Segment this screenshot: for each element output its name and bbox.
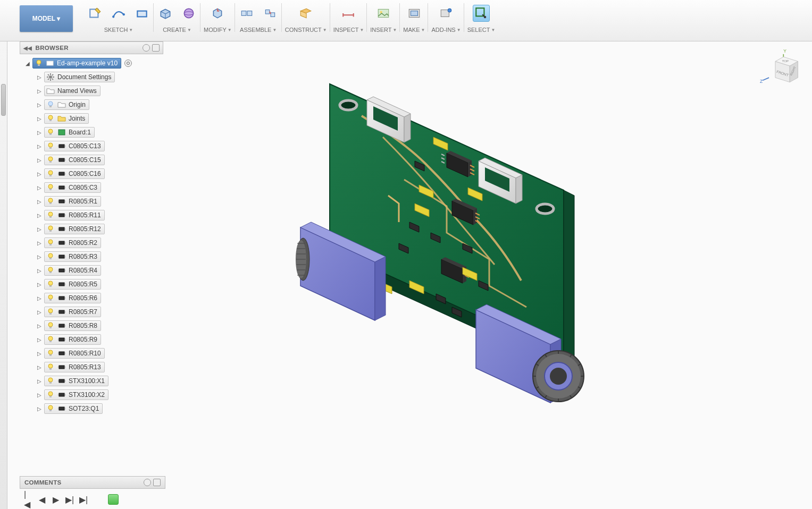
expander-icon[interactable]: ▷ (37, 323, 42, 329)
bulb-icon[interactable] (46, 363, 55, 371)
expander-icon[interactable]: ▷ (37, 268, 42, 274)
tree-chip[interactable]: R0805:R4 (44, 265, 101, 276)
timeline-play-icon[interactable]: ▶ (52, 495, 60, 504)
tree-chip[interactable]: R0805:R13 (44, 362, 105, 372)
bulb-icon[interactable] (46, 114, 55, 123)
tree-chip[interactable]: STX3100:X1 (44, 376, 108, 386)
bulb-icon[interactable] (46, 128, 55, 137)
expander-icon[interactable]: ▷ (37, 199, 42, 205)
tree-chip[interactable]: R0805:R7 (44, 307, 101, 317)
tree-root-row[interactable]: ◢ Ed-amp-example v10 (20, 56, 163, 70)
rectangle-icon[interactable] (133, 5, 150, 22)
tree-row[interactable]: ▷R0805:R11 (20, 208, 163, 222)
tree-row[interactable]: ▷Board:1 (20, 125, 163, 139)
bulb-icon[interactable] (46, 404, 55, 413)
toolbar-label-insert[interactable]: INSERT▼ (370, 27, 397, 33)
expander-icon[interactable]: ▷ (37, 213, 42, 218)
timeline-start-icon[interactable]: |◀ (24, 495, 32, 504)
tree-row[interactable]: ▷R0805:R9 (20, 333, 163, 346)
timeline-feature-icon[interactable] (108, 494, 119, 505)
tree-row[interactable]: ▷R0805:R3 (20, 250, 163, 264)
bulb-icon[interactable] (46, 321, 55, 330)
tree-chip[interactable]: C0805:C15 (44, 155, 105, 165)
view-cube[interactable]: Y Z FRONT RIGHT TOP (757, 48, 802, 93)
expander-icon[interactable]: ▷ (37, 309, 42, 315)
joint-icon[interactable] (238, 5, 255, 22)
tree-row[interactable]: ▷Document Settings (20, 70, 163, 84)
expander-icon[interactable]: ▷ (37, 282, 42, 287)
expander-icon[interactable]: ▷ (37, 226, 42, 232)
comments-header[interactable]: COMMENTS (20, 476, 165, 489)
expander-icon[interactable]: ▷ (37, 378, 42, 384)
bulb-icon[interactable] (46, 100, 55, 109)
sphere-icon[interactable] (180, 5, 197, 22)
expander-icon[interactable]: ▷ (37, 351, 42, 357)
tree-chip[interactable]: C0805:C3 (44, 182, 101, 193)
tree-chip[interactable]: R0805:R10 (44, 348, 105, 359)
browser-header[interactable]: ◀◀ BROWSER (20, 41, 163, 54)
create-sketch-icon[interactable] (87, 5, 104, 22)
bulb-icon[interactable] (46, 142, 55, 150)
expander-icon[interactable]: ▷ (37, 406, 42, 412)
left-scrollbar[interactable] (0, 41, 7, 509)
tree-row[interactable]: ▷C0805:C13 (20, 139, 163, 153)
tree-row[interactable]: ▷R0805:R2 (20, 236, 163, 250)
bulb-icon[interactable] (46, 294, 55, 302)
comments-opt-icon[interactable] (144, 479, 151, 486)
tree-chip[interactable]: R0805:R2 (44, 237, 101, 248)
tree-chip[interactable]: STX3100:X2 (44, 389, 108, 400)
tree-chip[interactable]: R0805:R12 (44, 224, 105, 234)
toolbar-label-sketch[interactable]: SKETCH▼ (104, 27, 133, 33)
tree-row[interactable]: ▷R0805:R5 (20, 277, 163, 291)
expander-icon[interactable]: ▷ (37, 392, 42, 398)
box-icon[interactable] (157, 5, 174, 22)
tree-row[interactable]: ▷Joints (20, 112, 163, 125)
tree-chip[interactable]: R0805:R1 (44, 196, 101, 207)
tree-chip[interactable]: R0805:R6 (44, 293, 101, 303)
bulb-icon[interactable] (46, 377, 55, 385)
tree-row[interactable]: ▷SOT23:Q1 (20, 402, 163, 415)
as-built-joint-icon[interactable] (262, 5, 279, 22)
expander-icon[interactable]: ▷ (37, 74, 42, 80)
tree-row[interactable]: ▷C0805:C15 (20, 153, 163, 167)
tree-chip[interactable]: Joints (44, 113, 89, 124)
toolbar-label-construct[interactable]: CONSTRUCT▼ (285, 27, 327, 33)
tree-row[interactable]: ▷R0805:R12 (20, 222, 163, 236)
tree-row[interactable]: ▷R0805:R7 (20, 305, 163, 319)
toolbar-label-addins[interactable]: ADD-INS▼ (431, 27, 461, 33)
bulb-icon[interactable] (46, 280, 55, 289)
addins-icon[interactable] (438, 5, 455, 22)
measure-icon[interactable] (340, 5, 357, 22)
browser-pin-icon[interactable] (152, 44, 160, 52)
bulb-icon[interactable] (46, 225, 55, 233)
tree-row[interactable]: ▷R0805:R6 (20, 291, 163, 305)
expander-icon[interactable]: ▷ (37, 295, 42, 301)
tree-chip[interactable]: C0805:C16 (44, 168, 105, 179)
bulb-icon[interactable] (46, 156, 55, 164)
timeline-end-icon[interactable]: ▶| (79, 495, 88, 504)
browser-opt-icon[interactable] (143, 44, 150, 52)
bulb-icon[interactable] (46, 211, 55, 219)
tree-chip[interactable]: C0805:C13 (44, 141, 105, 151)
viewcube-top-label[interactable]: TOP (782, 60, 789, 63)
print-icon[interactable] (406, 5, 423, 22)
expander-icon[interactable]: ▷ (37, 240, 42, 246)
bulb-icon[interactable] (46, 252, 55, 261)
toolbar-label-make[interactable]: MAKE▼ (403, 27, 425, 33)
activate-target-icon[interactable] (124, 60, 132, 67)
bulb-icon[interactable] (46, 266, 55, 275)
expander-icon[interactable]: ▷ (37, 116, 42, 122)
tree-row[interactable]: ▷Origin (20, 98, 163, 112)
tree-chip[interactable]: Board:1 (44, 127, 95, 138)
press-pull-icon[interactable] (209, 5, 226, 22)
tree-chip[interactable]: Document Settings (44, 72, 115, 82)
tree-chip[interactable]: R0805:R11 (44, 210, 105, 220)
expander-icon[interactable]: ▷ (37, 254, 42, 260)
expander-icon[interactable]: ▷ (37, 337, 42, 343)
expander-icon[interactable]: ▷ (37, 171, 42, 177)
workspace-switcher[interactable]: MODEL ▾ (20, 5, 73, 32)
bulb-icon[interactable] (46, 391, 55, 399)
toolbar-label-inspect[interactable]: INSPECT▼ (333, 27, 364, 33)
timeline-next-icon[interactable]: ▶| (65, 495, 74, 504)
toolbar-label-assemble[interactable]: ASSEMBLE▼ (240, 27, 277, 33)
